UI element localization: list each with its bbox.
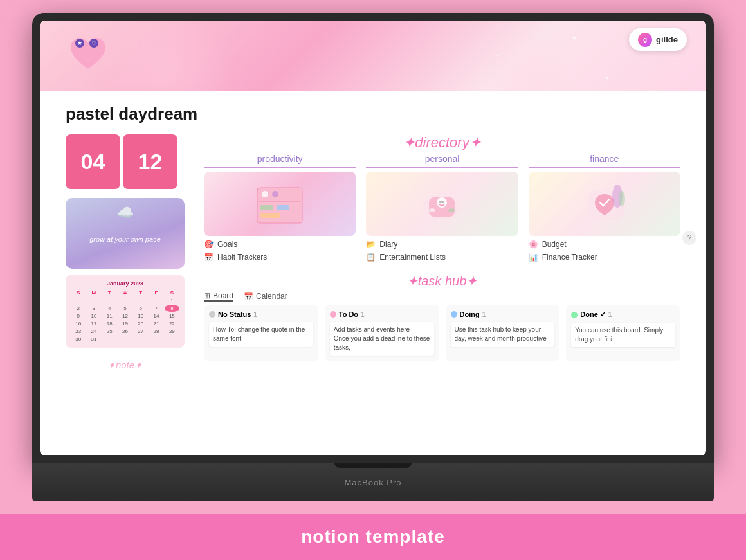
cal-d6: 6 — [133, 305, 148, 312]
column-no-status: No Status 1 How To: change the quote in … — [204, 305, 318, 361]
quote-card: ☁️ grow at your own pace — [66, 198, 185, 269]
svg-rect-5 — [277, 205, 289, 210]
gillde-badge[interactable]: g gillde — [629, 28, 687, 51]
task-card-1[interactable]: How To: change the quote in the same fon… — [209, 322, 313, 347]
done-header: Done ✓ 1 — [571, 311, 675, 319]
entertainment-icon: 📋 — [366, 253, 376, 262]
cal-d12: 12 — [118, 312, 132, 320]
cal-sun: S — [71, 289, 86, 296]
svg-point-13 — [448, 208, 455, 212]
cal-d23: 23 — [71, 328, 86, 335]
no-status-header: No Status 1 — [209, 311, 313, 318]
cal-d11: 11 — [102, 312, 117, 320]
dir-item-entertainment[interactable]: 📋 Entertainment Lists — [366, 253, 518, 262]
cal-d1: 1 — [165, 297, 179, 304]
cal-fri: F — [149, 289, 163, 296]
cal-d19: 19 — [118, 320, 132, 327]
page-title: pastel daydream — [66, 104, 680, 124]
gillde-icon: g — [638, 33, 652, 47]
cal-sat: S — [165, 289, 179, 296]
svg-point-9 — [437, 197, 447, 208]
content-grid: 04 12 ☁️ grow at your own pace — [66, 134, 680, 440]
goals-icon: 🎯 — [204, 240, 214, 249]
cal-d8: 8 — [165, 305, 179, 312]
svg-point-10 — [439, 201, 442, 203]
calendar-title: January 2023 — [71, 280, 179, 287]
svg-point-16 — [619, 191, 625, 206]
right-content: ✦directory✦ productivity — [204, 134, 680, 440]
budget-label: Budget — [542, 240, 567, 249]
screen: ★ ♡ g gillde ✦ ✦ ✦ pastel daydre — [40, 21, 706, 455]
directory-section: ✦directory✦ productivity — [204, 134, 680, 267]
task-toolbar: ⊞ Board 📅 Calendar — [204, 291, 680, 302]
gillde-icon-text: g — [643, 36, 647, 43]
cal-d3: 3 — [86, 305, 101, 312]
help-button[interactable]: ? — [682, 231, 696, 245]
svg-point-2 — [272, 191, 278, 197]
cal-d28: 28 — [149, 328, 163, 335]
svg-point-12 — [429, 208, 435, 212]
deco-star1: ✦ — [571, 33, 578, 42]
month-tile: 04 — [66, 134, 120, 189]
habit-icon: 📅 — [204, 253, 214, 262]
task-card-4[interactable]: You can use this board. Simply drag your… — [571, 323, 675, 347]
column-done: Done ✓ 1 You can use this board. Simply … — [566, 305, 680, 361]
dir-personal-title: personal — [366, 154, 518, 168]
dir-personal: personal — [366, 154, 518, 262]
cal-d — [133, 297, 148, 304]
done-dot — [571, 312, 578, 318]
cal-d — [86, 297, 101, 304]
dir-finance: finance — [529, 154, 680, 262]
calendar-view-btn[interactable]: 📅 Calendar — [244, 292, 287, 301]
doing-label: Doing — [460, 311, 480, 318]
cal-thu: T — [133, 289, 148, 296]
day-value: 12 — [138, 149, 163, 174]
column-todo: To Do 1 Add tasks and events here - Once… — [325, 305, 439, 361]
cal-d — [149, 297, 163, 304]
cal-d24: 24 — [86, 328, 101, 335]
cal-d2: 2 — [71, 305, 86, 312]
cal-d25: 25 — [102, 328, 117, 335]
laptop-bezel: ★ ♡ g gillde ✦ ✦ ✦ pastel daydre — [32, 13, 714, 463]
dir-item-diary[interactable]: 📂 Diary — [366, 240, 518, 249]
habit-label: Habit Trackers — [217, 253, 267, 262]
svg-rect-6 — [260, 213, 280, 218]
month-value: 04 — [81, 149, 105, 174]
board-label: Board — [213, 291, 233, 300]
cal-d10: 10 — [86, 312, 101, 320]
task-hub-section: ✦task hub✦ ⊞ Board 📅 Calendar — [204, 273, 680, 361]
cal-mon: M — [86, 289, 101, 296]
no-status-count: 1 — [253, 311, 257, 318]
quote-text: grow at your own pace — [83, 228, 167, 251]
cal-d22: 22 — [165, 320, 179, 327]
mini-calendar: January 2023 S M T W T F S — [66, 275, 185, 348]
task-card-3[interactable]: Use this task hub to keep your day, week… — [451, 322, 555, 347]
doing-dot — [451, 311, 457, 318]
deco-star2: ✦ — [496, 53, 500, 59]
bottom-bar: notion template — [0, 514, 746, 560]
cal-d30: 30 — [71, 336, 86, 343]
finance-image — [529, 172, 680, 236]
task-card-2[interactable]: Add tasks and events here - Once you add… — [330, 322, 434, 356]
cal-d17: 17 — [86, 320, 101, 327]
board-view-btn[interactable]: ⊞ Board — [204, 291, 233, 302]
dir-item-budget[interactable]: 🌸 Budget — [529, 240, 680, 249]
laptop-brand: MacBook Pro — [344, 478, 401, 487]
personal-image — [366, 172, 518, 236]
cal-d16: 16 — [71, 320, 86, 327]
dir-item-goals[interactable]: 🎯 Goals — [204, 240, 356, 249]
task-board: No Status 1 How To: change the quote in … — [204, 305, 680, 361]
dir-item-habit[interactable]: 📅 Habit Trackers — [204, 253, 356, 262]
cal-d15: 15 — [165, 312, 179, 320]
bottom-bar-text: notion template — [301, 527, 444, 547]
task-hub-title: ✦task hub✦ — [204, 273, 680, 289]
todo-count: 1 — [361, 311, 365, 318]
svg-point-11 — [442, 201, 444, 203]
doing-count: 1 — [482, 311, 486, 318]
dir-item-finance-tracker[interactable]: 📊 Finance Tracker — [529, 253, 680, 262]
cal-d14: 14 — [149, 312, 163, 320]
done-count: 1 — [608, 311, 612, 318]
cal-d9: 9 — [71, 312, 86, 320]
note-label: ✦note✦ — [66, 359, 185, 371]
cal-tue: T — [102, 289, 117, 296]
